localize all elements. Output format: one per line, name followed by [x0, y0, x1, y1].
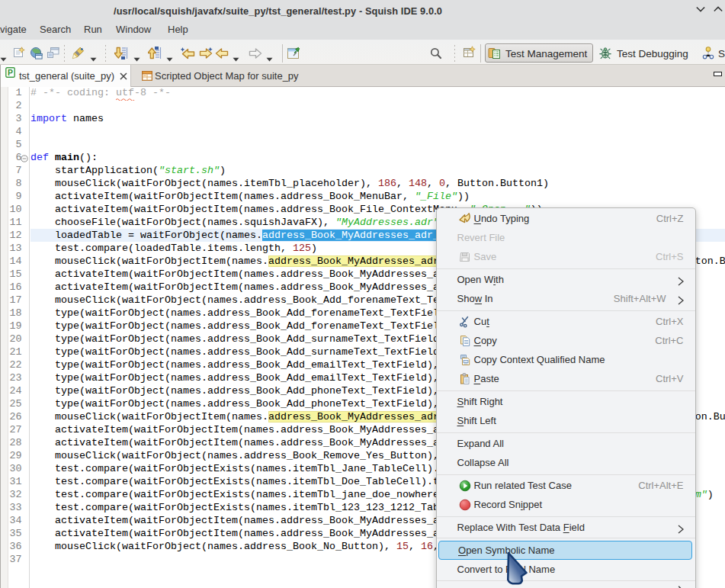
- svg-text:P: P: [8, 69, 13, 77]
